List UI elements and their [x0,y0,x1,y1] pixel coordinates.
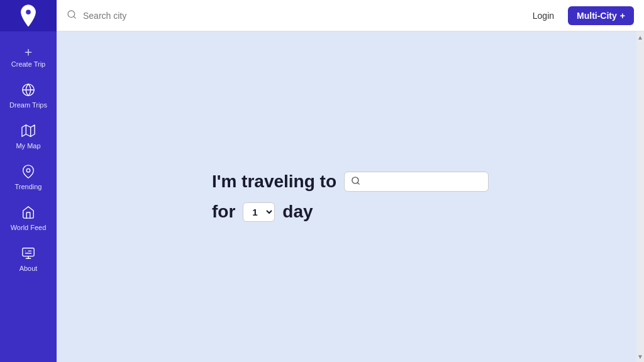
scroll-up-arrow[interactable]: ▲ [636,31,644,43]
about-icon [21,246,35,262]
search-input[interactable] [83,11,259,21]
sidebar-item-create-trip[interactable]: ＋ Create Trip [3,39,53,74]
sidebar-item-my-map[interactable]: My Map [3,118,53,156]
multi-city-label: Multi-City [577,11,617,21]
logo-icon [18,4,38,28]
travel-text-line1: I'm traveling to [212,172,336,192]
sidebar-item-about[interactable]: About [3,240,53,278]
form-row-2: for 1 2 3 4 5 6 7 day [212,202,489,222]
sidebar-item-label-create-trip: Create Trip [11,60,45,68]
sidebar-item-trending[interactable]: Trending [3,158,53,197]
sidebar-item-label-world-feed: World Feed [11,224,47,231]
city-search-box [344,172,489,192]
search-icon [67,9,77,22]
multi-city-plus-icon: + [620,11,625,21]
svg-rect-7 [23,248,34,256]
scrollbar: ▲ ▼ [636,31,644,362]
sidebar-item-world-feed[interactable]: World Feed [3,199,53,238]
svg-point-0 [26,10,31,15]
world-feed-icon [21,206,35,221]
trending-icon [21,165,35,180]
svg-line-16 [357,182,359,184]
topbar: Login Multi-City + [57,0,644,31]
my-map-icon [21,124,35,140]
travel-form: I'm traveling to for 1 2 3 [212,172,489,222]
sidebar-item-label-trending: Trending [14,183,42,190]
city-search-icon [351,176,360,187]
form-row-1: I'm traveling to [212,172,489,192]
sidebar: ＋ Create Trip Dream Trips My Map [0,0,57,362]
travel-text-for: for [212,202,235,222]
content-area: I'm traveling to for 1 2 3 [57,31,644,362]
scroll-down-arrow[interactable]: ▼ [636,351,644,362]
sidebar-item-label-about: About [19,265,38,272]
city-destination-input[interactable] [364,177,477,187]
sidebar-item-label-my-map: My Map [16,142,40,150]
create-trip-icon: ＋ [22,45,35,58]
dream-trips-icon [21,83,35,99]
sidebar-item-dream-trips[interactable]: Dream Trips [3,77,53,115]
travel-text-day: day [282,202,313,222]
main-area: Login Multi-City + I'm traveling to [57,0,644,362]
svg-line-14 [74,16,75,18]
sidebar-item-label-dream-trips: Dream Trips [9,101,47,109]
svg-point-6 [26,168,30,172]
days-select[interactable]: 1 2 3 4 5 6 7 [243,202,275,222]
svg-marker-3 [22,125,35,136]
multi-city-button[interactable]: Multi-City + [568,6,634,25]
logo-area [0,0,57,31]
login-button[interactable]: Login [525,7,562,25]
